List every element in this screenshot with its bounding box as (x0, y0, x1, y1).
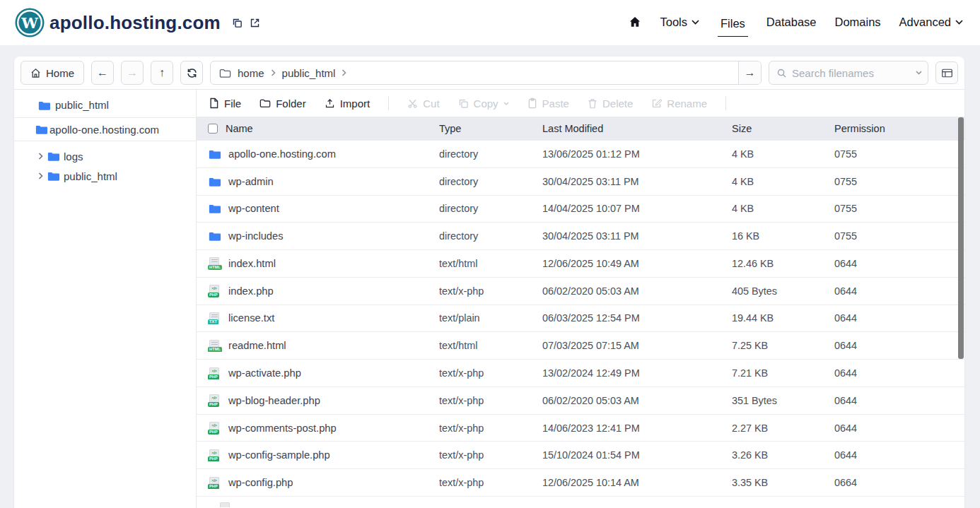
breadcrumb-segment-public-html[interactable]: public_html (282, 67, 336, 79)
file-permission: 0664 (834, 477, 964, 488)
file-size: 16 KB (732, 230, 834, 242)
new-file-button[interactable]: File (209, 98, 241, 110)
folder-icon (35, 124, 47, 134)
file-type: directory (439, 203, 542, 214)
view-mode-button[interactable] (935, 61, 958, 84)
folder-outline-icon (259, 98, 271, 108)
forward-button[interactable]: → (121, 61, 144, 85)
file-name[interactable]: wp-comments-post.php (228, 423, 337, 434)
table-row[interactable]: </>PHP wp-config-sample.php text/x-php 1… (197, 442, 964, 469)
table-row[interactable]: </>PHP wp-config.php text/x-php 12/06/20… (197, 469, 964, 497)
table-row[interactable]: TXT license.txt text/plain 06/03/2025 12… (197, 305, 964, 333)
file-name[interactable]: wp-includes (228, 230, 284, 242)
nav-item-tools[interactable]: Tools (660, 16, 699, 30)
external-link-icon[interactable] (250, 18, 260, 28)
breadcrumb-bar[interactable]: home public_html → (210, 61, 762, 85)
delete-button[interactable]: Delete (588, 98, 633, 110)
file-name[interactable]: readme.html (228, 340, 286, 351)
table-row[interactable]: wp-content directory 14/04/2025 10:07 PM… (197, 196, 964, 223)
import-button[interactable]: Import (325, 98, 371, 110)
copy-button[interactable]: Copy (458, 98, 509, 110)
file-name[interactable]: wp-activate.php (228, 367, 301, 379)
tree-item-logs[interactable]: logs (14, 146, 196, 166)
file-type: text/x-php (439, 423, 542, 434)
file-table-body: apollo-one.hosting.com directory 13/06/2… (197, 141, 964, 497)
file-size: 4 KB (732, 176, 834, 187)
php-file-icon: </>PHP (208, 476, 221, 489)
table-row[interactable]: wp-includes directory 30/04/2025 03:11 P… (197, 223, 964, 250)
file-name[interactable]: index.php (228, 285, 274, 297)
action-label: Cut (423, 98, 439, 110)
file-name[interactable]: wp-config-sample.php (228, 449, 330, 461)
file-name[interactable]: license.txt (228, 312, 274, 324)
file-size: 19.44 KB (732, 312, 834, 324)
file-name[interactable]: apollo-one.hosting.com (228, 148, 336, 160)
copy-icon (458, 98, 469, 109)
vertical-scrollbar[interactable] (958, 117, 964, 359)
nav-home-icon[interactable] (629, 16, 641, 30)
file-name[interactable]: wp-config.php (228, 477, 293, 488)
table-row[interactable]: </>PHP wp-comments-post.php text/x-php 1… (197, 415, 964, 442)
breadcrumb-segment-home[interactable]: home (238, 67, 264, 79)
file-type: text/x-php (439, 395, 542, 406)
file-last-modified: 07/03/2025 07:15 AM (542, 340, 732, 351)
file-permission: 0755 (834, 176, 964, 187)
paste-button[interactable]: Paste (527, 98, 569, 110)
folder-icon (208, 202, 221, 215)
tree-item-public-html[interactable]: public_html (14, 166, 196, 186)
file-name[interactable]: wp-admin (228, 176, 274, 187)
file-last-modified: 06/02/2020 05:03 AM (542, 395, 732, 406)
table-row[interactable]: HTML index.html text/html 12/06/2025 10:… (197, 250, 964, 278)
chevron-right-icon (38, 172, 43, 179)
column-header-name[interactable]: Name (226, 123, 253, 134)
table-row[interactable]: </>PHP wp-activate.php text/x-php 13/02/… (197, 360, 964, 387)
file-name[interactable]: index.html (228, 258, 276, 269)
file-size: 4 KB (732, 203, 834, 214)
home-button-label: Home (46, 67, 74, 79)
refresh-button[interactable] (180, 61, 203, 85)
rename-icon (651, 98, 662, 109)
column-header-size[interactable]: Size (732, 123, 834, 134)
file-permission: 0644 (834, 449, 964, 461)
column-header-last-modified[interactable]: Last Modified (542, 123, 732, 134)
file-type: text/x-php (439, 449, 542, 461)
file-name[interactable]: wp-content (228, 203, 279, 214)
search-options-chevron-icon[interactable] (916, 71, 922, 75)
file-size: 2.27 KB (732, 423, 834, 434)
nav-label-database: Database (766, 16, 817, 29)
rename-button[interactable]: Rename (651, 98, 707, 110)
sidebar-item-public-html[interactable]: public_html (14, 93, 196, 118)
nav-item-advanced[interactable]: Advanced (899, 16, 963, 30)
nav-item-files[interactable]: Files (718, 16, 748, 37)
nav-item-domains[interactable]: Domains (835, 16, 881, 30)
file-type: directory (439, 176, 542, 187)
table-row[interactable]: apollo-one.hosting.com directory 13/06/2… (197, 141, 964, 168)
column-header-permission[interactable]: Permission (834, 123, 964, 134)
table-row[interactable]: HTML readme.html text/html 07/03/2025 07… (197, 332, 964, 360)
new-folder-button[interactable]: Folder (259, 98, 306, 110)
column-header-type[interactable]: Type (439, 123, 542, 134)
file-manager-toolbar: Home ← → ↑ home public_html → (14, 57, 964, 90)
file-type: text/html (439, 340, 542, 351)
home-icon (30, 68, 41, 78)
folder-tree-sidebar: public_html apollo-one.hosting.com logs … (14, 90, 197, 508)
txt-file-icon: TXT (208, 312, 221, 324)
go-to-path-button[interactable]: → (738, 61, 761, 84)
nav-item-database[interactable]: Database (766, 16, 817, 30)
table-row[interactable]: </>PHP index.php text/x-php 06/02/2020 0… (197, 278, 964, 305)
copy-site-icon[interactable] (232, 18, 243, 28)
search-box (769, 61, 928, 85)
file-name[interactable]: wp-blog-header.php (228, 395, 320, 406)
table-row[interactable]: </>PHP wp-blog-header.php text/x-php 06/… (197, 387, 964, 415)
chevron-right-icon (38, 153, 43, 160)
cut-button[interactable]: Cut (407, 98, 439, 110)
back-button[interactable]: ← (91, 61, 114, 85)
up-button[interactable]: ↑ (151, 61, 173, 85)
nav-label-domains: Domains (835, 16, 881, 29)
select-all-checkbox[interactable] (208, 124, 218, 134)
sidebar-item-apollo-one[interactable]: apollo-one.hosting.com (14, 118, 196, 141)
home-button[interactable]: Home (21, 61, 84, 85)
search-input[interactable] (792, 67, 911, 79)
table-row[interactable]: wp-admin directory 30/04/2025 03:11 PM 4… (197, 168, 964, 196)
file-panel: File Folder Import Cut Copy (197, 90, 964, 508)
